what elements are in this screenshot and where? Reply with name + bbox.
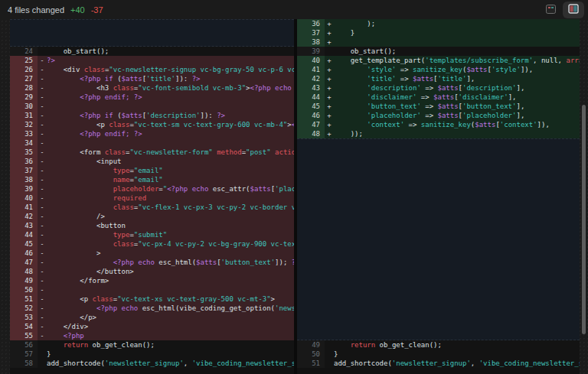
line-number: 25	[10, 56, 38, 65]
diff-row: 25-?>	[10, 56, 294, 65]
line-number: 33	[10, 129, 38, 138]
code-line: 'disclaimer' => $atts['disclaimer'],	[334, 93, 580, 102]
diff-row: 46- >	[10, 249, 294, 258]
diff-row: 43- <button	[10, 221, 294, 230]
diff-sign: -	[38, 194, 47, 203]
code-line: type="submit"	[47, 230, 294, 239]
line-number: 51	[10, 294, 38, 304]
diff-sign	[325, 340, 334, 350]
diff-row: 42- />	[10, 212, 294, 221]
diff-sign: +	[325, 129, 334, 138]
code-line: </form>	[47, 276, 294, 285]
diff-row: 58add_shortcode('newsletter_signup', 'vi…	[10, 359, 294, 368]
diff-sign: +	[325, 56, 334, 65]
diff-row: 36+ );	[297, 19, 580, 28]
code-line: );	[334, 19, 580, 28]
diff-sign: -	[38, 285, 47, 294]
diff-row: 45- class="vc-px-4 vc-py-2 vc-bg-gray-90…	[10, 239, 294, 249]
diff-row: 50-	[10, 285, 294, 294]
diff-row: 30-	[10, 102, 294, 111]
code-line: 'style' => sanitize_key($atts['style']),	[334, 65, 580, 74]
diff-sign: -	[38, 65, 47, 74]
code-line: placeholder="<?php echo esc_attr($atts['…	[47, 184, 294, 194]
diff-row: 27- <?php if ($atts['title']): ?>	[10, 74, 294, 83]
diff-filler	[10, 19, 294, 47]
line-number: 49	[297, 340, 325, 350]
diff-sign: -	[38, 258, 47, 267]
diff-sign: -	[38, 120, 47, 129]
diff-row: 49- </form>	[10, 276, 294, 285]
diff-header: 4 files changed +40 -37	[0, 0, 588, 20]
diff-sign	[325, 350, 334, 359]
diff-sign: +	[325, 65, 334, 74]
line-number: 34	[10, 138, 38, 148]
code-line: class="vc-flex-1 vc-px-3 vc-py-2 vc-bord…	[47, 203, 294, 212]
split-diff-icon	[568, 4, 579, 16]
code-line: 'title' => $atts['title'],	[334, 74, 580, 83]
code-line: >	[47, 249, 294, 258]
line-number: 32	[10, 120, 38, 129]
code-line: required	[47, 194, 294, 203]
diff-sign: -	[38, 249, 47, 258]
diff-sign: +	[325, 83, 334, 93]
unified-view-button[interactable]	[546, 5, 556, 16]
diff-sign: -	[38, 166, 47, 175]
diff-sign: -	[38, 331, 47, 340]
diff-sign	[38, 47, 47, 56]
code-line: <?php endif; ?>	[47, 93, 294, 102]
diff-sign: -	[38, 230, 47, 239]
diff-row: 54- </div>	[10, 322, 294, 331]
code-line: class="vc-px-4 vc-py-2 vc-bg-gray-900 vc…	[47, 239, 294, 249]
diff-row: 39- placeholder="<?php echo esc_attr($at…	[10, 184, 294, 194]
diff-sign: -	[38, 148, 47, 157]
diff-pane-new: 36+ );37+ }38+39 ob_start();40+ get_temp…	[297, 19, 580, 374]
line-number: 38	[297, 37, 325, 47]
code-line: <h3 class="vc-font-semibold vc-mb-3"><?p…	[47, 83, 294, 93]
code-line	[47, 285, 294, 294]
code-line: ));	[334, 129, 580, 138]
code-line	[47, 138, 294, 148]
line-number: 50	[10, 285, 38, 294]
code-line: <button	[47, 221, 294, 230]
line-number: 41	[297, 65, 325, 74]
line-number: 40	[297, 56, 325, 65]
diff-sign: -	[38, 129, 47, 138]
scrollbar-thumb[interactable]	[582, 105, 586, 334]
diff-sign	[38, 350, 47, 359]
diff-sign: -	[38, 93, 47, 102]
files-changed-summary: 4 files changed	[8, 5, 64, 15]
code-line: }	[47, 350, 294, 359]
line-number: 26	[10, 65, 38, 74]
diff-sign: -	[38, 221, 47, 230]
diff-sign: +	[325, 93, 334, 102]
line-number: 41	[10, 203, 38, 212]
code-line: return ob_get_clean();	[47, 340, 294, 350]
diff-row: 49 return ob_get_clean();	[297, 340, 580, 350]
split-view-button[interactable]	[563, 2, 584, 18]
line-number: 51	[297, 359, 325, 368]
line-number: 30	[10, 102, 38, 111]
diff-pane-old: 24 ob_start();25-?>26- <div class="vc-ne…	[10, 19, 294, 374]
line-number: 43	[297, 83, 325, 93]
code-line: add_shortcode('newsletter_signup', 'vibe…	[334, 359, 580, 368]
diff-sign: -	[38, 138, 47, 148]
line-number: 38	[10, 175, 38, 184]
diff-row: 37+ }	[297, 28, 580, 37]
code-line: }	[334, 350, 580, 359]
line-number: 57	[10, 350, 38, 359]
diff-sign: -	[38, 267, 47, 276]
code-line: <?php endif; ?>	[47, 129, 294, 138]
diff-sign: +	[325, 120, 334, 129]
diff-sign: -	[38, 313, 47, 322]
line-number: 36	[297, 19, 325, 28]
diff-row: 42+ 'title' => $atts['title'],	[297, 74, 580, 83]
line-number: 49	[10, 276, 38, 285]
code-line	[47, 102, 294, 111]
code-line: type="email"	[47, 166, 294, 175]
diff-sign: -	[38, 83, 47, 93]
diff-row: 57}	[10, 350, 294, 359]
diff-sign: +	[325, 111, 334, 120]
diff-row: 33- <?php endif; ?>	[10, 129, 294, 138]
code-line: <?php echo esc_html(vibe_coding_get_opti…	[47, 304, 294, 313]
diff-row: 44- type="submit"	[10, 230, 294, 239]
